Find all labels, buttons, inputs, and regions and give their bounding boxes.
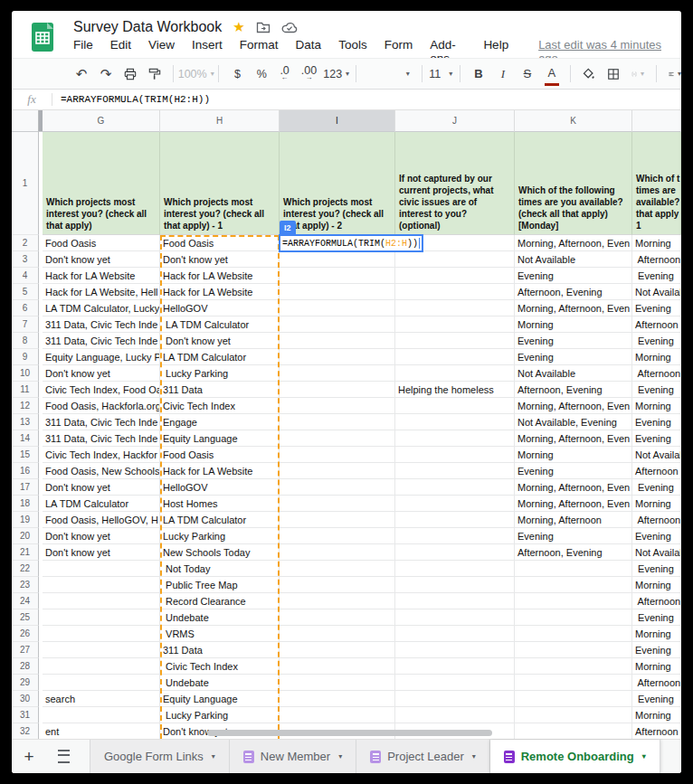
row-header-9[interactable]: 9 <box>12 349 39 365</box>
row-header-18[interactable]: 18 <box>12 496 39 512</box>
sheet-tab-menu-icon[interactable]: ▾ <box>338 752 342 760</box>
row-header-10[interactable]: 10 <box>12 365 39 382</box>
cell-L21[interactable]: Not Availab <box>632 544 681 561</box>
row-header-3[interactable]: 3 <box>12 251 39 268</box>
cell-H2[interactable]: Food Oasis <box>160 235 280 251</box>
row-header-4[interactable]: 4 <box>12 268 39 284</box>
cell-K16[interactable]: Evening <box>515 463 632 479</box>
cell-J31[interactable] <box>395 707 515 723</box>
cell-G5[interactable]: Hack for LA Website, Hell <box>43 284 160 300</box>
cell-G4[interactable]: Hack for LA Website <box>43 268 160 284</box>
cell-L32[interactable]: Afternoon <box>632 723 681 739</box>
cell-L18[interactable]: Morning <box>632 496 681 512</box>
sheet-tab-remote-onboarding[interactable]: Remote Onboarding▾ <box>490 740 660 773</box>
row-header-7[interactable]: 7 <box>12 316 39 333</box>
cell-H21[interactable]: New Schools Today <box>160 544 280 561</box>
formula-edit-cell[interactable]: =ARRAYFORMULA(TRIM(H2:H)) <box>279 234 423 252</box>
cell-K11[interactable]: Afternoon, Evening <box>515 382 632 398</box>
cell-J26[interactable] <box>395 626 515 642</box>
column-header-L[interactable] <box>632 110 681 132</box>
cell-I21[interactable] <box>280 544 395 561</box>
cell-L15[interactable]: Not Availab <box>632 447 681 463</box>
cell-G3[interactable]: Don't know yet <box>43 251 160 268</box>
format-currency-button[interactable]: $ <box>231 63 243 85</box>
row-header-19[interactable]: 19 <box>12 512 39 528</box>
cell-I9[interactable] <box>280 349 395 365</box>
sheet-tab-google-form-links[interactable]: Google Form Links▾ <box>90 740 230 773</box>
cell-H30[interactable]: Equity Language <box>160 691 280 707</box>
cell-G26[interactable] <box>43 626 160 642</box>
cell-L26[interactable]: Morning <box>632 626 681 642</box>
cell-L7[interactable]: Afternoon <box>632 316 681 333</box>
cell-K32[interactable] <box>515 723 632 739</box>
cell-I18[interactable] <box>280 496 395 512</box>
cell-I11[interactable] <box>280 382 395 398</box>
cloud-status-icon[interactable] <box>281 22 298 33</box>
cell-G19[interactable]: Food Oasis, HelloGOV, H <box>43 512 160 528</box>
cell-L3[interactable]: Afternoon <box>632 251 681 268</box>
cell-H10[interactable]: Lucky Parking <box>160 365 280 382</box>
cell-G8[interactable]: 311 Data, Civic Tech Inde <box>43 333 160 349</box>
cell-K30[interactable] <box>515 691 632 707</box>
cell-L9[interactable]: Morning <box>632 349 681 365</box>
row-header-32[interactable]: 32 <box>12 723 39 739</box>
cell-L28[interactable]: Morning <box>632 658 681 675</box>
row-header-14[interactable]: 14 <box>12 430 39 447</box>
cell-H4[interactable]: Hack for LA Website <box>160 268 280 284</box>
cell-J11[interactable]: Helping the homeless <box>395 382 515 398</box>
increase-decimal-button[interactable]: .00→ <box>301 67 317 81</box>
cell-G15[interactable]: Civic Tech Index, Hackfor <box>43 447 160 463</box>
row-header-22[interactable]: 22 <box>12 561 39 577</box>
cell-I19[interactable] <box>280 512 395 528</box>
cell-J19[interactable] <box>395 512 515 528</box>
cell-I20[interactable] <box>280 528 395 544</box>
row-header-17[interactable]: 17 <box>12 479 39 496</box>
cell-H11[interactable]: 311 Data <box>160 382 280 398</box>
cell-L22[interactable]: Evening <box>632 561 681 577</box>
cell-G18[interactable]: LA TDM Calculator <box>43 496 160 512</box>
cell-G2[interactable]: Food Oasis <box>43 235 160 251</box>
cell-J21[interactable] <box>395 544 515 561</box>
cell-H31[interactable]: Lucky Parking <box>160 707 280 723</box>
cell-G10[interactable]: Don't know yet <box>43 365 160 382</box>
cell-J7[interactable] <box>395 316 515 333</box>
cell-K25[interactable] <box>515 609 632 626</box>
cell-G20[interactable]: Don't know yet <box>43 528 160 544</box>
cell-J30[interactable] <box>395 691 515 707</box>
font-select[interactable]: ▾ <box>368 70 410 78</box>
cell-H22[interactable]: Not Today <box>160 561 280 577</box>
cell-G7[interactable]: 311 Data, Civic Tech Inde <box>43 316 160 333</box>
cell-J9[interactable] <box>395 349 515 365</box>
cell-I14[interactable] <box>280 430 395 447</box>
cell-H7[interactable]: LA TDM Calculator <box>160 316 280 333</box>
paint-format-button[interactable] <box>148 63 161 85</box>
row-header-25[interactable]: 25 <box>12 609 39 626</box>
cell-J14[interactable] <box>395 430 515 447</box>
sheet-tab-new-member[interactable]: New Member▾ <box>230 740 356 773</box>
cell-H12[interactable]: Civic Tech Index <box>160 398 280 414</box>
row-header-13[interactable]: 13 <box>12 414 39 430</box>
cell-K24[interactable] <box>515 593 632 609</box>
question-header-H1[interactable]: Which projects most interest you? (check… <box>160 132 280 235</box>
decrease-decimal-button[interactable]: .0← <box>280 67 289 81</box>
cell-H18[interactable]: Host Homes <box>160 496 280 512</box>
cell-J12[interactable] <box>395 398 515 414</box>
row-header-6[interactable]: 6 <box>12 300 39 316</box>
cell-K17[interactable]: Morning, Afternoon, Even <box>515 479 632 496</box>
cell-G9[interactable]: Equity Language, Lucky P <box>43 349 160 365</box>
italic-button[interactable]: I <box>497 63 509 85</box>
cell-I4[interactable] <box>280 268 395 284</box>
row-header-27[interactable]: 27 <box>12 642 39 658</box>
cell-G24[interactable] <box>43 593 160 609</box>
cell-K9[interactable]: Evening <box>515 349 632 365</box>
cell-I24[interactable] <box>280 593 395 609</box>
text-color-button[interactable]: A <box>546 62 558 86</box>
cell-I13[interactable] <box>280 414 395 430</box>
cell-J6[interactable] <box>395 300 515 316</box>
cell-G28[interactable] <box>43 658 160 675</box>
cell-H23[interactable]: Public Tree Map <box>160 577 280 593</box>
cell-L31[interactable]: Morning <box>632 707 681 723</box>
cell-I27[interactable] <box>280 642 395 658</box>
cell-L5[interactable]: Not Availab <box>632 284 681 300</box>
cell-G22[interactable] <box>43 561 160 577</box>
